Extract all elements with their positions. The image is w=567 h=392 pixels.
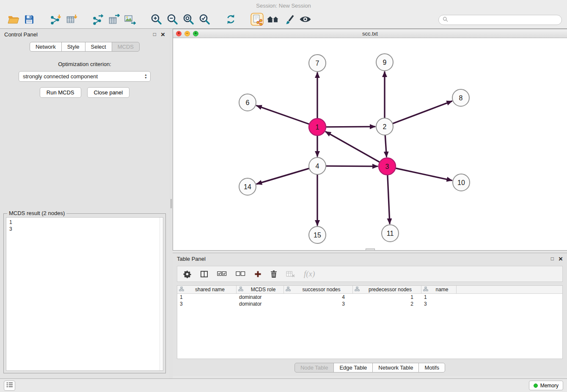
gear-icon[interactable]: [183, 270, 191, 278]
column-header-shared-name[interactable]: shared name: [177, 286, 237, 293]
graph-node-10[interactable]: 10: [453, 174, 470, 191]
window-resize-grip[interactable]: [366, 248, 375, 251]
export-table-icon: [108, 14, 120, 26]
table-cell: 3: [284, 301, 353, 307]
table-row[interactable]: 1dominator411: [177, 294, 562, 301]
memory-button[interactable]: Memory: [529, 381, 563, 390]
graph-node-8[interactable]: 8: [452, 89, 469, 106]
double-home-button[interactable]: [265, 13, 281, 27]
column-header-predecessor-nodes[interactable]: predecessor nodes: [353, 286, 421, 293]
graph-node-14[interactable]: 14: [239, 178, 256, 195]
import-table-icon: [66, 14, 77, 26]
table-cell: dominator: [237, 301, 284, 307]
float-panel-icon[interactable]: □: [153, 32, 156, 37]
graph-node-4[interactable]: 4: [309, 157, 326, 174]
graph-node-6[interactable]: 6: [239, 94, 256, 111]
float-table-panel-icon[interactable]: □: [551, 256, 554, 261]
graph-edge-1-2[interactable]: [326, 127, 375, 127]
graph-node-15[interactable]: 15: [309, 226, 326, 243]
import-table-button[interactable]: [63, 13, 80, 27]
column-header-mcds-role[interactable]: MCDS role: [237, 286, 284, 293]
graph-edge-2-8[interactable]: [393, 101, 452, 124]
zoom-selected-button[interactable]: [196, 13, 212, 27]
table-header-row: shared nameMCDS rolesuccessor nodesprede…: [177, 286, 562, 294]
close-table-panel-icon[interactable]: ×: [559, 255, 563, 262]
status-bar: Memory: [0, 378, 567, 392]
paintbrush-button[interactable]: [281, 13, 297, 27]
memory-status-dot: [534, 384, 538, 388]
column-header-successor-nodes[interactable]: successor nodes: [284, 286, 353, 293]
graph-node-11[interactable]: 11: [382, 225, 399, 242]
select-all-icon[interactable]: [217, 271, 227, 277]
graph-edge-3-10[interactable]: [396, 168, 452, 181]
table-cell: 1: [421, 294, 457, 300]
zoom-window-button[interactable]: +: [193, 31, 198, 36]
main-area: Control Panel □ × NetworkStyleSelectMCDS…: [0, 29, 567, 378]
tab-network-table[interactable]: Network Table: [372, 363, 419, 373]
add-icon[interactable]: [254, 271, 261, 278]
column-type-icon: [179, 287, 184, 293]
tab-network[interactable]: Network: [30, 42, 62, 52]
right-area: scc.txt ×−+ 7968124310141511 Table Panel…: [173, 29, 567, 378]
document-network-button[interactable]: [249, 13, 265, 27]
tab-mcds[interactable]: MCDS: [112, 42, 140, 52]
show-panels-button[interactable]: [4, 381, 15, 391]
double-home-icon: [267, 14, 279, 26]
export-image-button[interactable]: [122, 13, 138, 27]
tab-edge-table[interactable]: Edge Table: [333, 363, 373, 373]
panel-splitter[interactable]: [169, 29, 173, 378]
tab-node-table[interactable]: Node Table: [295, 363, 334, 373]
table-row[interactable]: 3dominator323: [177, 301, 562, 307]
search-box[interactable]: [438, 15, 562, 25]
close-panel-button[interactable]: Close panel: [87, 87, 130, 98]
clear-selection-icon[interactable]: [236, 271, 245, 277]
export-network-button[interactable]: [90, 13, 106, 27]
delete-icon[interactable]: [270, 270, 277, 278]
graph-node-9[interactable]: 9: [376, 54, 393, 71]
graph-edge-4-3[interactable]: [326, 166, 377, 166]
run-mcds-button[interactable]: Run MCDS: [40, 87, 81, 98]
graph-edge-4-14[interactable]: [257, 168, 309, 184]
table-cell: 2: [353, 301, 421, 307]
table-panel-header: Table Panel □ ×: [173, 253, 567, 264]
close-panel-icon[interactable]: ×: [161, 31, 165, 38]
graph-edge-3-11[interactable]: [388, 175, 390, 224]
zoom-fit-button[interactable]: [180, 13, 196, 27]
column-header-name[interactable]: name: [421, 286, 457, 293]
graph-node-1[interactable]: 1: [309, 119, 326, 135]
graph-edge-3-1[interactable]: [326, 132, 380, 162]
result-scrollbar-track[interactable]: [160, 218, 163, 370]
save-session-button[interactable]: [21, 13, 37, 27]
optimization-criterion-select[interactable]: strongly connected component ▲▼: [19, 71, 151, 82]
delete-table-icon: [286, 271, 295, 278]
search-input[interactable]: [451, 17, 558, 23]
import-network-button[interactable]: [47, 13, 63, 27]
minimize-window-button[interactable]: −: [184, 31, 190, 36]
zoom-fit-icon: [183, 14, 194, 26]
tab-style[interactable]: Style: [61, 42, 85, 52]
zoom-in-button[interactable]: [148, 13, 164, 27]
table-panel: Table Panel □ × f(x) shared nameMCDS rol…: [173, 253, 567, 376]
split-panel-icon[interactable]: [200, 270, 208, 278]
tab-motifs[interactable]: Motifs: [418, 363, 445, 373]
graph-edge-1-6[interactable]: [257, 106, 309, 124]
graph-edge-2-3[interactable]: [385, 135, 386, 157]
open-folder-button[interactable]: [5, 13, 21, 27]
export-table-button[interactable]: [106, 13, 122, 27]
eye-icon: [299, 15, 311, 25]
svg-text:14: 14: [244, 183, 251, 190]
close-window-button[interactable]: ×: [176, 31, 182, 36]
graph-node-3[interactable]: 3: [379, 158, 396, 175]
graph-node-7[interactable]: 7: [309, 55, 326, 72]
mcds-result-list[interactable]: 13: [6, 217, 163, 371]
zoom-out-button[interactable]: [164, 13, 180, 27]
graph-node-2[interactable]: 2: [376, 118, 393, 135]
network-canvas[interactable]: 7968124310141511: [173, 38, 567, 250]
eye-button[interactable]: [297, 13, 313, 27]
network-window-titlebar[interactable]: scc.txt ×−+: [173, 29, 567, 38]
application-window: Session: New Session Control Panel □ × N…: [0, 0, 567, 392]
refresh-layout-button[interactable]: [223, 13, 239, 27]
toolbar-groups: [5, 13, 323, 27]
window-titlebar[interactable]: Session: New Session: [0, 0, 567, 11]
tab-select[interactable]: Select: [85, 42, 112, 52]
